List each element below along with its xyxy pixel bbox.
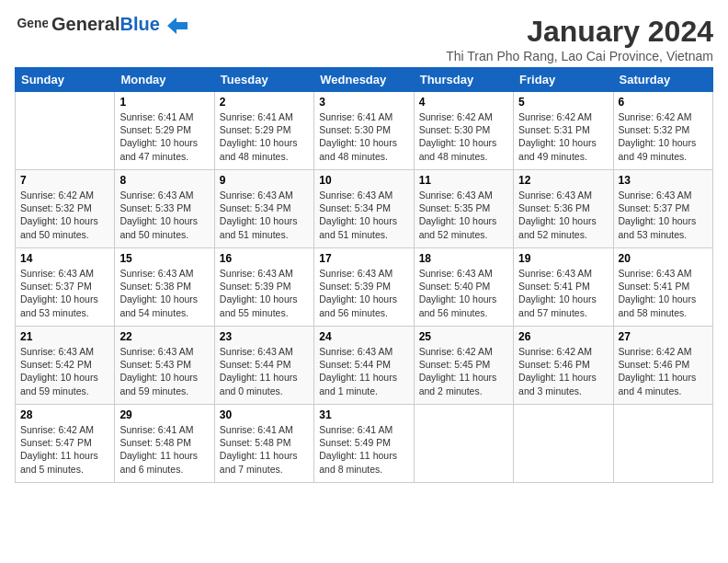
day-detail: Sunrise: 6:42 AM Sunset: 5:46 PM Dayligh… [619,345,708,397]
day-detail: Sunrise: 6:43 AM Sunset: 5:39 PM Dayligh… [220,267,309,319]
day-detail: Sunrise: 6:41 AM Sunset: 5:29 PM Dayligh… [119,110,209,163]
calendar-cell: 26Sunrise: 6:42 AM Sunset: 5:46 PM Dayli… [514,327,613,405]
calendar-cell: 19Sunrise: 6:43 AM Sunset: 5:41 PM Dayli… [514,248,613,327]
calendar-cell: 18Sunrise: 6:43 AM Sunset: 5:40 PM Dayli… [414,248,513,327]
day-detail: Sunrise: 6:41 AM Sunset: 5:29 PM Dayligh… [220,110,309,163]
day-number: 20 [619,252,708,265]
calendar-cell: 16Sunrise: 6:43 AM Sunset: 5:39 PM Dayli… [214,248,313,327]
day-detail: Sunrise: 6:41 AM Sunset: 5:48 PM Dayligh… [119,423,209,476]
calendar-cell: 7Sunrise: 6:42 AM Sunset: 5:32 PM Daylig… [16,170,115,248]
day-detail: Sunrise: 6:41 AM Sunset: 5:49 PM Dayligh… [319,423,408,476]
calendar-cell: 30Sunrise: 6:41 AM Sunset: 5:48 PM Dayli… [214,405,313,483]
day-number: 21 [20,330,109,343]
calendar-cell: 31Sunrise: 6:41 AM Sunset: 5:49 PM Dayli… [314,405,414,483]
day-number: 16 [220,252,309,265]
col-header-sunday: Sunday [16,68,115,92]
day-number: 3 [319,96,408,109]
calendar-week-row: 14Sunrise: 6:43 AM Sunset: 5:37 PM Dayli… [16,248,713,327]
day-number: 18 [419,252,508,265]
day-detail: Sunrise: 6:42 AM Sunset: 5:47 PM Dayligh… [20,423,109,476]
day-number: 8 [119,174,209,187]
day-detail: Sunrise: 6:42 AM Sunset: 5:46 PM Dayligh… [518,345,608,397]
day-detail: Sunrise: 6:43 AM Sunset: 5:37 PM Dayligh… [619,189,708,241]
calendar-header-row: SundayMondayTuesdayWednesdayThursdayFrid… [16,68,713,92]
day-number: 17 [319,252,408,265]
col-header-saturday: Saturday [613,68,712,92]
calendar-week-row: 7Sunrise: 6:42 AM Sunset: 5:32 PM Daylig… [16,170,713,248]
logo-blue: Blue [119,14,159,34]
day-detail: Sunrise: 6:42 AM Sunset: 5:31 PM Dayligh… [518,110,608,163]
day-number: 19 [518,252,608,265]
day-number: 12 [518,174,608,187]
calendar-cell: 17Sunrise: 6:43 AM Sunset: 5:39 PM Dayli… [314,248,414,327]
logo: General GeneralBlue [15,15,188,34]
calendar-cell: 11Sunrise: 6:43 AM Sunset: 5:35 PM Dayli… [414,170,513,248]
day-number: 1 [119,96,209,109]
col-header-friday: Friday [514,68,613,92]
calendar-cell: 12Sunrise: 6:43 AM Sunset: 5:36 PM Dayli… [514,170,613,248]
day-detail: Sunrise: 6:42 AM Sunset: 5:45 PM Dayligh… [419,345,508,397]
calendar-cell: 9Sunrise: 6:43 AM Sunset: 5:34 PM Daylig… [214,170,313,248]
day-number: 4 [419,96,508,109]
day-detail: Sunrise: 6:43 AM Sunset: 5:34 PM Dayligh… [319,189,408,241]
day-detail: Sunrise: 6:43 AM Sunset: 5:42 PM Dayligh… [20,345,109,397]
day-number: 22 [119,330,209,343]
day-detail: Sunrise: 6:43 AM Sunset: 5:39 PM Dayligh… [319,267,408,319]
day-detail: Sunrise: 6:43 AM Sunset: 5:34 PM Dayligh… [220,189,309,241]
calendar-cell: 10Sunrise: 6:43 AM Sunset: 5:34 PM Dayli… [314,170,414,248]
day-number: 25 [419,330,508,343]
calendar-cell: 6Sunrise: 6:42 AM Sunset: 5:32 PM Daylig… [613,92,712,170]
calendar-cell: 2Sunrise: 6:41 AM Sunset: 5:29 PM Daylig… [214,92,313,170]
calendar-cell: 22Sunrise: 6:43 AM Sunset: 5:43 PM Dayli… [115,327,214,405]
day-number: 15 [119,252,209,265]
col-header-thursday: Thursday [414,68,513,92]
day-number: 5 [518,96,608,109]
calendar-week-row: 28Sunrise: 6:42 AM Sunset: 5:47 PM Dayli… [16,405,713,483]
calendar-cell [414,405,513,483]
day-detail: Sunrise: 6:43 AM Sunset: 5:38 PM Dayligh… [119,267,209,319]
svg-marker-1 [167,17,188,34]
calendar-cell [613,405,712,483]
calendar-cell: 20Sunrise: 6:43 AM Sunset: 5:41 PM Dayli… [613,248,712,327]
day-detail: Sunrise: 6:43 AM Sunset: 5:37 PM Dayligh… [20,267,109,319]
logo-general: General [51,14,119,34]
day-detail: Sunrise: 6:42 AM Sunset: 5:32 PM Dayligh… [20,189,109,241]
day-number: 23 [220,330,309,343]
day-detail: Sunrise: 6:43 AM Sunset: 5:44 PM Dayligh… [220,345,309,397]
calendar-cell: 4Sunrise: 6:42 AM Sunset: 5:30 PM Daylig… [414,92,513,170]
day-detail: Sunrise: 6:42 AM Sunset: 5:30 PM Dayligh… [419,110,508,163]
day-detail: Sunrise: 6:43 AM Sunset: 5:33 PM Dayligh… [119,189,209,241]
calendar-cell: 5Sunrise: 6:42 AM Sunset: 5:31 PM Daylig… [514,92,613,170]
day-number: 7 [20,174,109,187]
calendar-cell: 1Sunrise: 6:41 AM Sunset: 5:29 PM Daylig… [115,92,214,170]
calendar-cell: 28Sunrise: 6:42 AM Sunset: 5:47 PM Dayli… [16,405,115,483]
calendar-table: SundayMondayTuesdayWednesdayThursdayFrid… [15,67,713,483]
col-header-tuesday: Tuesday [214,68,313,92]
logo-text-block: GeneralBlue [51,15,188,34]
calendar-cell: 27Sunrise: 6:42 AM Sunset: 5:46 PM Dayli… [613,327,712,405]
calendar-cell: 15Sunrise: 6:43 AM Sunset: 5:38 PM Dayli… [115,248,214,327]
day-detail: Sunrise: 6:41 AM Sunset: 5:48 PM Dayligh… [220,423,309,476]
day-number: 26 [518,330,608,343]
calendar-cell: 23Sunrise: 6:43 AM Sunset: 5:44 PM Dayli… [214,327,313,405]
logo-arrow-icon [167,17,188,34]
calendar-cell: 14Sunrise: 6:43 AM Sunset: 5:37 PM Dayli… [16,248,115,327]
day-detail: Sunrise: 6:43 AM Sunset: 5:44 PM Dayligh… [319,345,408,397]
day-number: 9 [220,174,309,187]
calendar-title: January 2024 [446,15,713,49]
day-detail: Sunrise: 6:41 AM Sunset: 5:30 PM Dayligh… [319,110,408,163]
calendar-subtitle: Thi Tran Pho Rang, Lao Cai Province, Vie… [446,49,713,63]
calendar-cell: 25Sunrise: 6:42 AM Sunset: 5:45 PM Dayli… [414,327,513,405]
day-number: 2 [220,96,309,109]
logo-icon: General [15,15,48,33]
calendar-title-block: January 2024 Thi Tran Pho Rang, Lao Cai … [446,15,713,63]
day-number: 14 [20,252,109,265]
day-detail: Sunrise: 6:43 AM Sunset: 5:35 PM Dayligh… [419,189,508,241]
calendar-cell: 29Sunrise: 6:41 AM Sunset: 5:48 PM Dayli… [115,405,214,483]
day-detail: Sunrise: 6:43 AM Sunset: 5:43 PM Dayligh… [119,345,209,397]
calendar-cell: 21Sunrise: 6:43 AM Sunset: 5:42 PM Dayli… [16,327,115,405]
day-number: 24 [319,330,408,343]
day-number: 6 [619,96,708,109]
calendar-cell: 8Sunrise: 6:43 AM Sunset: 5:33 PM Daylig… [115,170,214,248]
col-header-monday: Monday [115,68,214,92]
